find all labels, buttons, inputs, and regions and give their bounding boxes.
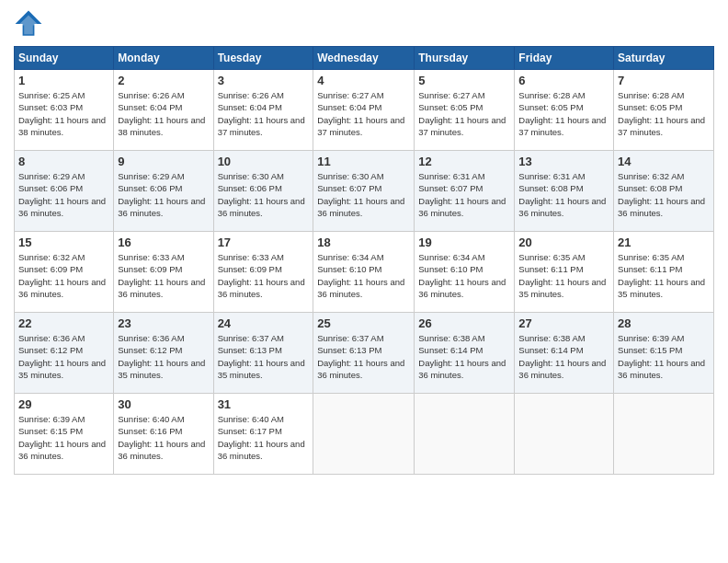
day-number: 12	[418, 155, 510, 168]
calendar-cell: 24Sunrise: 6:37 AMSunset: 6:13 PMDayligh…	[213, 313, 313, 394]
day-number: 25	[317, 316, 410, 330]
calendar-cell: 13Sunrise: 6:31 AMSunset: 6:08 PMDayligh…	[515, 151, 614, 232]
calendar-cell: 16Sunrise: 6:33 AMSunset: 6:09 PMDayligh…	[114, 232, 213, 313]
col-header-thursday: Thursday	[415, 47, 515, 70]
day-number: 11	[317, 155, 410, 168]
day-number: 31	[218, 397, 310, 411]
header	[14, 9, 714, 39]
calendar-table: SundayMondayTuesdayWednesdayThursdayFrid…	[14, 46, 714, 475]
calendar-cell: 1Sunrise: 6:25 AMSunset: 6:03 PMDaylight…	[15, 70, 114, 151]
day-info: Sunrise: 6:25 AMSunset: 6:03 PMDaylight:…	[18, 89, 109, 138]
day-number: 24	[218, 316, 310, 330]
calendar-cell: 3Sunrise: 6:26 AMSunset: 6:04 PMDaylight…	[213, 70, 313, 151]
day-number: 19	[418, 236, 510, 249]
day-number: 14	[618, 155, 710, 168]
day-info: Sunrise: 6:40 AMSunset: 6:16 PMDaylight:…	[118, 413, 209, 462]
col-header-sunday: Sunday	[15, 47, 114, 70]
calendar-cell: 26Sunrise: 6:38 AMSunset: 6:14 PMDayligh…	[415, 313, 515, 394]
calendar-cell: 4Sunrise: 6:27 AMSunset: 6:04 PMDaylight…	[313, 70, 415, 151]
day-info: Sunrise: 6:29 AMSunset: 6:06 PMDaylight:…	[18, 170, 109, 219]
day-number: 30	[118, 397, 209, 411]
day-number: 7	[618, 74, 710, 87]
day-info: Sunrise: 6:38 AMSunset: 6:14 PMDaylight:…	[518, 332, 609, 381]
day-number: 17	[218, 236, 310, 249]
calendar-cell: 22Sunrise: 6:36 AMSunset: 6:12 PMDayligh…	[15, 313, 114, 394]
day-info: Sunrise: 6:39 AMSunset: 6:15 PMDaylight:…	[18, 413, 109, 462]
calendar-cell: 14Sunrise: 6:32 AMSunset: 6:08 PMDayligh…	[614, 151, 714, 232]
week-row-2: 8Sunrise: 6:29 AMSunset: 6:06 PMDaylight…	[15, 151, 714, 232]
calendar-cell: 27Sunrise: 6:38 AMSunset: 6:14 PMDayligh…	[515, 313, 614, 394]
day-number: 20	[518, 236, 609, 249]
day-info: Sunrise: 6:39 AMSunset: 6:15 PMDaylight:…	[618, 332, 710, 381]
day-info: Sunrise: 6:37 AMSunset: 6:13 PMDaylight:…	[317, 332, 410, 381]
day-info: Sunrise: 6:30 AMSunset: 6:06 PMDaylight:…	[218, 170, 310, 219]
calendar-cell: 23Sunrise: 6:36 AMSunset: 6:12 PMDayligh…	[114, 313, 213, 394]
calendar-cell: 21Sunrise: 6:35 AMSunset: 6:11 PMDayligh…	[614, 232, 714, 313]
day-info: Sunrise: 6:33 AMSunset: 6:09 PMDaylight:…	[118, 251, 209, 300]
header-row: SundayMondayTuesdayWednesdayThursdayFrid…	[15, 47, 714, 70]
calendar-cell: 20Sunrise: 6:35 AMSunset: 6:11 PMDayligh…	[515, 232, 614, 313]
col-header-friday: Friday	[515, 47, 614, 70]
day-number: 18	[317, 236, 410, 249]
calendar-cell	[515, 394, 614, 475]
day-info: Sunrise: 6:29 AMSunset: 6:06 PMDaylight:…	[118, 170, 209, 219]
calendar-cell: 29Sunrise: 6:39 AMSunset: 6:15 PMDayligh…	[15, 394, 114, 475]
calendar-cell: 15Sunrise: 6:32 AMSunset: 6:09 PMDayligh…	[15, 232, 114, 313]
calendar-cell: 11Sunrise: 6:30 AMSunset: 6:07 PMDayligh…	[313, 151, 415, 232]
day-info: Sunrise: 6:27 AMSunset: 6:05 PMDaylight:…	[418, 89, 510, 138]
day-number: 29	[18, 397, 109, 411]
day-info: Sunrise: 6:31 AMSunset: 6:07 PMDaylight:…	[418, 170, 510, 219]
calendar-cell: 17Sunrise: 6:33 AMSunset: 6:09 PMDayligh…	[213, 232, 313, 313]
day-info: Sunrise: 6:33 AMSunset: 6:09 PMDaylight:…	[218, 251, 310, 300]
calendar-cell: 12Sunrise: 6:31 AMSunset: 6:07 PMDayligh…	[415, 151, 515, 232]
calendar-cell: 31Sunrise: 6:40 AMSunset: 6:17 PMDayligh…	[213, 394, 313, 475]
day-number: 15	[18, 236, 109, 249]
day-info: Sunrise: 6:27 AMSunset: 6:04 PMDaylight:…	[317, 89, 410, 138]
week-row-1: 1Sunrise: 6:25 AMSunset: 6:03 PMDaylight…	[15, 70, 714, 151]
day-info: Sunrise: 6:32 AMSunset: 6:09 PMDaylight:…	[18, 251, 109, 300]
day-number: 1	[18, 74, 109, 87]
day-info: Sunrise: 6:26 AMSunset: 6:04 PMDaylight:…	[218, 89, 310, 138]
calendar-cell: 6Sunrise: 6:28 AMSunset: 6:05 PMDaylight…	[515, 70, 614, 151]
calendar-cell: 25Sunrise: 6:37 AMSunset: 6:13 PMDayligh…	[313, 313, 415, 394]
calendar-cell: 9Sunrise: 6:29 AMSunset: 6:06 PMDaylight…	[114, 151, 213, 232]
day-info: Sunrise: 6:34 AMSunset: 6:10 PMDaylight:…	[418, 251, 510, 300]
day-info: Sunrise: 6:36 AMSunset: 6:12 PMDaylight:…	[118, 332, 209, 381]
calendar-cell	[313, 394, 415, 475]
logo-icon	[14, 9, 43, 39]
day-info: Sunrise: 6:31 AMSunset: 6:08 PMDaylight:…	[518, 170, 609, 219]
day-info: Sunrise: 6:34 AMSunset: 6:10 PMDaylight:…	[317, 251, 410, 300]
day-info: Sunrise: 6:36 AMSunset: 6:12 PMDaylight:…	[18, 332, 109, 381]
day-info: Sunrise: 6:37 AMSunset: 6:13 PMDaylight:…	[218, 332, 310, 381]
day-info: Sunrise: 6:35 AMSunset: 6:11 PMDaylight:…	[518, 251, 609, 300]
day-info: Sunrise: 6:28 AMSunset: 6:05 PMDaylight:…	[518, 89, 609, 138]
day-number: 21	[618, 236, 710, 249]
calendar-cell	[415, 394, 515, 475]
day-number: 5	[418, 74, 510, 87]
day-number: 28	[618, 316, 710, 330]
day-number: 10	[218, 155, 310, 168]
day-number: 27	[518, 316, 609, 330]
week-row-5: 29Sunrise: 6:39 AMSunset: 6:15 PMDayligh…	[15, 394, 714, 475]
calendar-cell	[614, 394, 714, 475]
col-header-wednesday: Wednesday	[313, 47, 415, 70]
col-header-tuesday: Tuesday	[213, 47, 313, 70]
day-info: Sunrise: 6:32 AMSunset: 6:08 PMDaylight:…	[618, 170, 710, 219]
day-number: 26	[418, 316, 510, 330]
day-number: 6	[518, 74, 609, 87]
page: SundayMondayTuesdayWednesdayThursdayFrid…	[0, 0, 728, 563]
calendar-cell: 2Sunrise: 6:26 AMSunset: 6:04 PMDaylight…	[114, 70, 213, 151]
calendar-cell: 18Sunrise: 6:34 AMSunset: 6:10 PMDayligh…	[313, 232, 415, 313]
week-row-4: 22Sunrise: 6:36 AMSunset: 6:12 PMDayligh…	[15, 313, 714, 394]
calendar-cell: 19Sunrise: 6:34 AMSunset: 6:10 PMDayligh…	[415, 232, 515, 313]
day-info: Sunrise: 6:35 AMSunset: 6:11 PMDaylight:…	[618, 251, 710, 300]
day-number: 23	[118, 316, 209, 330]
day-number: 4	[317, 74, 410, 87]
col-header-saturday: Saturday	[614, 47, 714, 70]
day-info: Sunrise: 6:40 AMSunset: 6:17 PMDaylight:…	[218, 413, 310, 462]
day-info: Sunrise: 6:30 AMSunset: 6:07 PMDaylight:…	[317, 170, 410, 219]
day-number: 9	[118, 155, 209, 168]
day-number: 16	[118, 236, 209, 249]
calendar-cell: 28Sunrise: 6:39 AMSunset: 6:15 PMDayligh…	[614, 313, 714, 394]
calendar-cell: 10Sunrise: 6:30 AMSunset: 6:06 PMDayligh…	[213, 151, 313, 232]
